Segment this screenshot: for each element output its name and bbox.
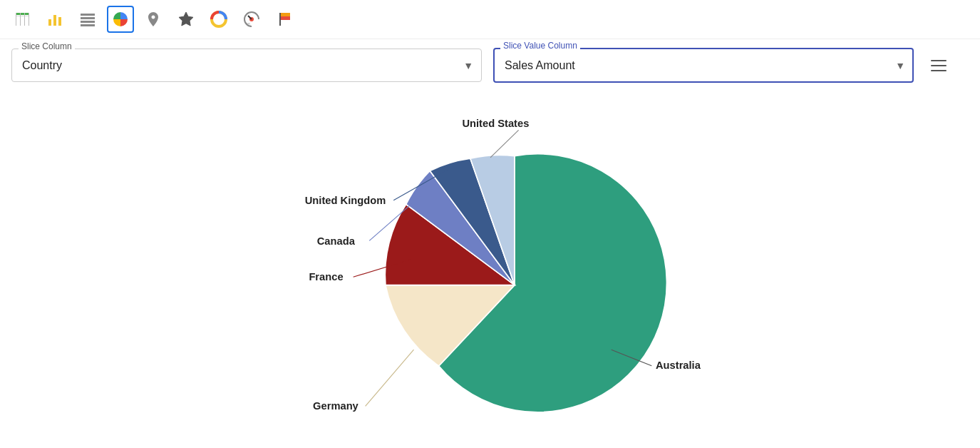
toolbar: EPI (0, 0, 980, 39)
svg-text:EPI: EPI (247, 23, 250, 26)
svg-rect-4 (16, 23, 29, 25)
svg-rect-1 (16, 16, 29, 16)
pie-chart-icon[interactable] (107, 6, 134, 33)
svg-rect-11 (58, 17, 61, 26)
slice-value-column-label: Slice Value Column (500, 41, 580, 51)
united-kingdom-label: United Kingdom (304, 195, 386, 206)
france-label: France (309, 271, 343, 282)
svg-rect-7 (24, 13, 25, 26)
svg-point-18 (215, 16, 222, 23)
map-icon[interactable] (140, 6, 167, 33)
germany-label: Germany (313, 400, 359, 412)
germany-leader-line (365, 350, 413, 406)
gauge-icon[interactable]: EPI (238, 6, 265, 33)
controls-row: Slice Column Country Region City ▼ Slice… (0, 39, 980, 91)
svg-rect-12 (81, 14, 95, 16)
flag-icon[interactable] (271, 6, 298, 33)
svg-rect-13 (81, 17, 95, 19)
svg-rect-14 (81, 21, 95, 23)
svg-rect-15 (81, 24, 95, 26)
united-states-leader-line (490, 130, 519, 157)
star-icon[interactable] (172, 6, 200, 33)
svg-rect-9 (48, 19, 51, 26)
united-states-label: United States (462, 118, 529, 129)
svg-marker-16 (179, 12, 193, 26)
svg-rect-23 (280, 13, 290, 16)
slice-value-column-select[interactable]: Sales Amount Profit Quantity (493, 48, 914, 83)
slice-column-label: Slice Column (19, 41, 75, 51)
svg-rect-0 (16, 13, 29, 15)
pivot-icon[interactable] (74, 6, 101, 33)
svg-rect-5 (16, 13, 16, 26)
svg-rect-6 (20, 13, 21, 26)
canada-label: Canada (316, 235, 355, 247)
chart-area: .slice { cursor: pointer; } .slice:hover… (0, 91, 980, 447)
donut-icon[interactable] (205, 6, 232, 33)
menu-icon[interactable] (925, 54, 952, 77)
slice-value-column-container: Slice Value Column Sales Amount Profit Q… (493, 48, 914, 83)
pie-chart-container: .slice { cursor: pointer; } .slice:hover… (241, 116, 740, 422)
bar-chart-icon[interactable] (41, 6, 68, 33)
svg-rect-2 (16, 17, 29, 19)
svg-rect-10 (53, 15, 56, 26)
svg-rect-3 (16, 20, 29, 22)
pie-chart-svg: .slice { cursor: pointer; } .slice:hover… (241, 116, 740, 422)
table-icon[interactable] (9, 6, 36, 33)
svg-rect-8 (29, 13, 29, 26)
slice-column-container: Slice Column Country Region City ▼ (11, 49, 482, 82)
australia-label: Australia (655, 360, 701, 371)
slice-column-select[interactable]: Country Region City (11, 49, 482, 82)
